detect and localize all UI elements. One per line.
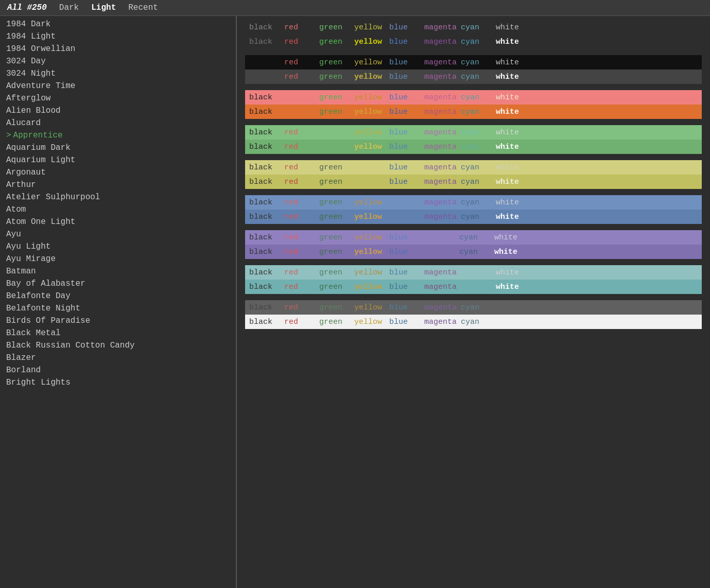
color-swatch-red: red [284,128,315,137]
color-swatch-blue: blue [389,38,420,46]
color-swatch-white: white [496,93,527,102]
color-row: redgreenyellowbluemagentacyanwhite [245,70,702,84]
theme-group-arthur: blackredgreen bluemagentacyanwhiteblackr… [245,160,702,189]
sidebar-item-bay-of-alabaster[interactable]: Bay of Alabaster [0,278,236,290]
theme-group-birds-of-paradise: blackredgreenyellowbluemagentacyan black… [245,300,702,329]
sidebar-item-3024-day[interactable]: 3024 Day [0,55,236,67]
sidebar-item-alucard[interactable]: Alucard [0,117,236,129]
color-swatch-green: green [319,178,350,186]
color-swatch-magenta: magenta [424,318,457,326]
color-swatch-magenta: magenta [424,268,457,277]
color-swatch-cyan: cyan [461,128,492,137]
color-row: black greenyellowbluemagentacyanwhite [245,90,702,105]
color-row: blackredgreenyellowbluemagentacyan [245,300,702,315]
dark-tab[interactable]: Dark [56,2,82,13]
sidebar-item-black-russian-cotton-candy[interactable]: Black Russian Cotton Candy [0,339,236,352]
color-swatch-magenta: magenta [424,93,457,102]
color-row: blackredgreenyellowblue cyanwhite [245,230,702,245]
sidebar-item-adventure-time[interactable]: Adventure Time [0,80,236,92]
color-swatch-blue: blue [389,23,420,32]
sidebar-item-aquarium-light[interactable]: Aquarium Light [0,154,236,166]
color-swatch-magenta: magenta [424,108,457,116]
color-swatch-empty [424,233,455,242]
sidebar-item-1984-dark[interactable]: 1984 Dark [0,18,236,30]
sidebar-item-belafonte-night[interactable]: Belafonte Night [0,302,236,315]
color-swatch-green: green [319,248,350,256]
sidebar-item-aquarium-dark[interactable]: Aquarium Dark [0,142,236,154]
sidebar-item-ayu[interactable]: Ayu [0,228,236,240]
sidebar-item-atom[interactable]: Atom [0,203,236,216]
color-row: blackred yellowbluemagentacyanwhite [245,125,702,140]
color-swatch-cyan: cyan [461,303,492,312]
color-swatch-red: red [284,268,315,277]
color-swatch-red: red [284,248,315,256]
color-swatch-magenta: magenta [424,198,457,207]
color-swatch-empty [461,283,492,291]
sidebar-item-bright-lights[interactable]: Bright Lights [0,376,236,389]
sidebar-item-birds-of-paradise[interactable]: Birds Of Paradise [0,315,236,327]
color-swatch-black: black [249,38,280,46]
sidebar-item-belafonte-day[interactable]: Belafonte Day [0,290,236,302]
color-row: black greenyellowbluemagentacyanwhite [245,105,702,119]
color-swatch-cyan: cyan [461,23,492,32]
theme-group-adventure-time: black greenyellowbluemagentacyanwhitebla… [245,90,702,119]
color-swatch-white: white [496,23,527,32]
sidebar-item-atom-one-light[interactable]: Atom One Light [0,216,236,228]
color-swatch-yellow: yellow [354,143,385,151]
sidebar-item-1984-orwellian[interactable]: 1984 Orwellian [0,43,236,55]
color-swatch-red: red [284,303,315,312]
sidebar-item-arthur[interactable]: Arthur [0,179,236,191]
sidebar-item-borland[interactable]: Borland [0,364,236,376]
sidebar-item-3024-night[interactable]: 3024 Night [0,67,236,80]
all-tab[interactable]: All #250 [4,2,50,13]
color-swatch-empty [496,318,527,326]
color-swatch-red: red [284,38,315,46]
sidebar-item-afterglow[interactable]: Afterglow [0,92,236,105]
color-swatch-blue: blue [389,268,420,277]
color-swatch-white: white [496,163,527,172]
color-swatch-blue: blue [389,178,420,186]
color-swatch-blue: blue [389,318,420,326]
color-row: blackredgreenyellow magentacyanwhite [245,195,702,210]
sidebar-item-black-metal[interactable]: Black Metal [0,327,236,339]
color-swatch-empty [319,143,350,151]
sidebar-item-1984-light[interactable]: 1984 Light [0,30,236,43]
color-swatch-empty [249,73,280,81]
sidebar-item-blazer[interactable]: Blazer [0,352,236,364]
color-swatch-cyan: cyan [461,163,492,172]
color-swatch-green: green [319,108,350,116]
sidebar-item-apprentice[interactable]: Apprentice [0,129,236,142]
color-swatch-blue: blue [389,58,420,67]
color-swatch-white: white [496,268,527,277]
color-swatch-magenta: magenta [424,73,457,81]
sidebar-item-ayu-mirage[interactable]: Ayu Mirage [0,253,236,265]
theme-group-ayu-mirage: blackredgreenyellowblue cyanwhiteblackre… [245,230,702,259]
color-swatch-black: black [249,248,280,256]
color-row: blackred yellowbluemagentacyanwhite [245,140,702,154]
color-swatch-yellow: yellow [354,128,385,137]
sidebar-item-atelier-sulphurpool[interactable]: Atelier Sulphurpool [0,191,236,203]
color-swatch-black: black [249,178,280,186]
color-row: blackredgreen bluemagentacyanwhite [245,175,702,189]
light-tab[interactable]: Light [88,2,119,13]
sidebar-item-argonaut[interactable]: Argonaut [0,166,236,179]
color-swatch-cyan: cyan [459,248,490,256]
color-swatch-black: black [249,303,280,312]
color-swatch-white: white [494,233,525,242]
color-swatch-black: black [249,198,280,207]
theme-list[interactable]: 1984 Dark1984 Light1984 Orwellian3024 Da… [0,16,237,588]
sidebar-item-alien-blood[interactable]: Alien Blood [0,105,236,117]
color-swatch-yellow: yellow [354,38,385,46]
color-swatch-yellow: yellow [354,73,385,81]
sidebar-item-ayu-light[interactable]: Ayu Light [0,240,236,253]
color-swatch-yellow: yellow [354,58,385,67]
color-swatch-red: red [284,318,315,326]
color-swatch-black: black [249,108,280,116]
color-swatch-yellow: yellow [354,198,385,207]
recent-tab[interactable]: Recent [125,2,161,13]
theme-group-3024: redgreenyellowbluemagentacyanwhite redgr… [245,55,702,84]
color-swatch-black: black [249,318,280,326]
sidebar-item-batman[interactable]: Batman [0,265,236,278]
color-swatch-white: white [496,213,527,221]
theme-group-atom-one-light: blackredgreenyellow magentacyanwhiteblac… [245,195,702,224]
